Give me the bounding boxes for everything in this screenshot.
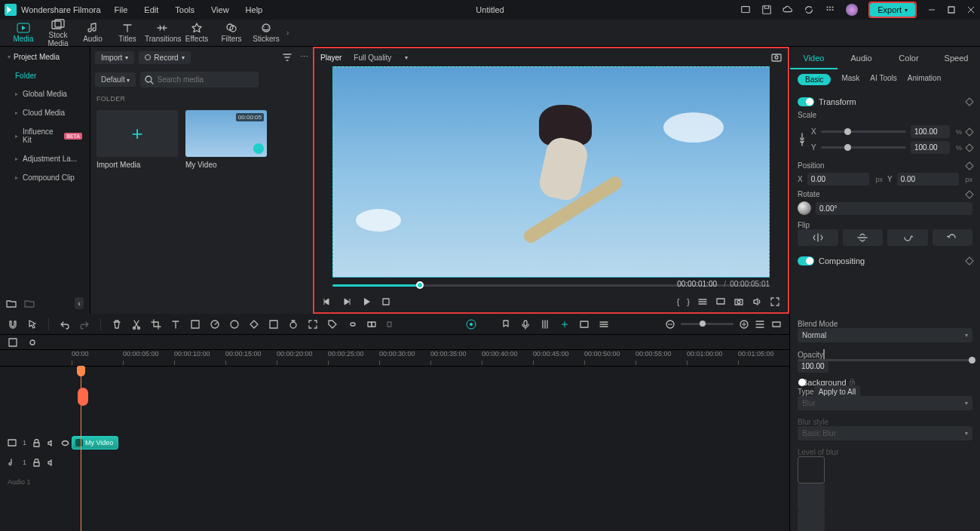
mic-icon[interactable] xyxy=(520,319,531,330)
key-icon[interactable] xyxy=(823,349,825,360)
tab-media[interactable]: Media xyxy=(6,23,41,43)
expand-icon[interactable] xyxy=(308,319,318,330)
key-icon[interactable] xyxy=(965,256,973,265)
track-icon[interactable] xyxy=(599,319,609,330)
rotate-input[interactable]: 0.00° xyxy=(816,202,972,215)
video-clip[interactable]: My Video xyxy=(72,436,118,450)
screen-icon[interactable] xyxy=(740,5,751,15)
folder-row[interactable]: Folder xyxy=(0,67,90,84)
speed-icon[interactable] xyxy=(210,319,220,330)
mute-icon[interactable] xyxy=(47,439,55,447)
more-icon[interactable]: ⋯ xyxy=(300,52,308,63)
eye-icon[interactable] xyxy=(61,439,69,447)
pointer-icon[interactable] xyxy=(27,319,38,330)
ai-icon[interactable] xyxy=(466,319,476,330)
sort-default[interactable]: Default ▾ xyxy=(95,72,136,87)
link-tl-icon[interactable] xyxy=(347,319,357,330)
link-icon[interactable] xyxy=(798,130,807,149)
project-media-header[interactable]: ▾Project Media xyxy=(0,47,90,67)
cloud-icon[interactable] xyxy=(782,5,793,15)
play-icon[interactable] xyxy=(361,296,372,307)
progress-bar[interactable]: 00:00:01:00 / 00:00:05:01 xyxy=(332,278,770,291)
scale-x-slider[interactable] xyxy=(821,130,906,133)
volume-icon[interactable] xyxy=(752,296,762,307)
transform-section[interactable]: Transform xyxy=(798,93,972,111)
export-button[interactable]: Export▾ xyxy=(870,3,915,17)
mute-icon[interactable] xyxy=(47,459,55,467)
more-tabs-icon[interactable]: › xyxy=(286,29,289,37)
scale-y-slider[interactable] xyxy=(821,146,906,149)
menu-help[interactable]: Help xyxy=(246,5,263,14)
crop-alt-icon[interactable] xyxy=(190,319,201,330)
tab-stock-media[interactable]: Stock Media xyxy=(41,19,75,48)
tree-global-media[interactable]: ▸Global Media xyxy=(0,84,90,103)
import-media-card[interactable]: + Import Media xyxy=(96,110,178,169)
apps-icon[interactable] xyxy=(825,5,835,15)
tree-influence-kit[interactable]: ▸Influence KitBETA xyxy=(0,122,90,149)
quality-select[interactable]: Full Quality▾ xyxy=(354,54,408,62)
pos-x-input[interactable]: 0.00 xyxy=(807,173,870,186)
save-icon[interactable] xyxy=(761,5,772,15)
tab-stickers[interactable]: Stickers xyxy=(249,23,283,43)
compositing-toggle[interactable] xyxy=(798,256,814,266)
tree-compound-clip[interactable]: ▸Compound Clip xyxy=(0,168,90,187)
key-icon[interactable] xyxy=(965,190,973,198)
pos-y-input[interactable]: 0.00 xyxy=(897,173,960,186)
collapse-tree-icon[interactable]: ‹ xyxy=(75,297,84,309)
key-icon[interactable] xyxy=(965,161,973,170)
tab-audio[interactable]: Audio xyxy=(75,23,110,43)
opacity-input[interactable]: 100.00 xyxy=(798,360,828,373)
minimize-icon[interactable] xyxy=(927,5,936,14)
new-folder-icon[interactable] xyxy=(6,298,17,308)
blend-select[interactable]: Normal▾ xyxy=(798,328,972,342)
tab-filters[interactable]: Filters xyxy=(214,23,249,43)
key-icon[interactable] xyxy=(965,143,973,152)
rotate-ccw-button[interactable] xyxy=(933,229,973,246)
filter-icon[interactable] xyxy=(282,52,292,63)
redo-icon[interactable] xyxy=(79,319,90,330)
lock-icon[interactable] xyxy=(32,439,41,447)
import-button[interactable]: Import▾ xyxy=(95,51,134,64)
stop-icon[interactable] xyxy=(381,296,391,307)
fullscreen-icon[interactable] xyxy=(770,296,780,307)
scale-y-input[interactable]: 100.00 xyxy=(911,141,950,154)
subtab-animation[interactable]: Animation xyxy=(908,74,941,85)
split-icon[interactable] xyxy=(131,319,142,330)
list-icon[interactable] xyxy=(697,296,708,307)
zoom-in-icon[interactable] xyxy=(740,320,749,329)
mark-out-icon[interactable]: } xyxy=(687,297,690,306)
subtab-ai-tools[interactable]: AI Tools xyxy=(870,74,896,85)
search-input[interactable] xyxy=(140,72,259,87)
rotate-knob[interactable] xyxy=(798,201,811,215)
prop-tab-color[interactable]: Color xyxy=(885,47,933,69)
crop-icon[interactable] xyxy=(151,319,161,330)
record-button[interactable]: Record▾ xyxy=(139,51,190,64)
flip-h-button[interactable] xyxy=(798,229,838,246)
fit-icon[interactable] xyxy=(771,319,782,330)
tree-adjustment-layer[interactable]: ▸Adjustment La... xyxy=(0,149,90,168)
player-tab[interactable]: Player xyxy=(320,54,341,62)
media-card-my-video[interactable]: 00:00:05 My Video xyxy=(185,110,267,169)
green-screen-icon[interactable] xyxy=(268,319,279,330)
tab-titles[interactable]: Titles xyxy=(110,23,145,43)
opacity-slider[interactable] xyxy=(798,359,972,361)
mixer-icon[interactable] xyxy=(540,319,550,330)
menu-edit[interactable]: Edit xyxy=(144,5,158,14)
snapshot-icon[interactable] xyxy=(771,52,782,63)
render-icon[interactable] xyxy=(579,319,590,330)
scale-x-input[interactable]: 100.00 xyxy=(911,125,950,138)
track-list-icon[interactable] xyxy=(755,319,765,330)
link-toggle-icon[interactable] xyxy=(27,337,38,348)
prop-tab-video[interactable]: Video xyxy=(790,47,838,69)
flip-v-button[interactable] xyxy=(843,229,884,246)
compositing-section[interactable]: Compositing xyxy=(798,252,972,270)
zoom-slider[interactable] xyxy=(681,323,733,325)
display-icon[interactable] xyxy=(715,296,726,307)
subtab-basic[interactable]: Basic xyxy=(798,74,831,85)
new-folder-plus-icon[interactable] xyxy=(24,298,35,308)
marker-icon[interactable] xyxy=(501,319,511,330)
keyframe-icon[interactable] xyxy=(965,97,973,106)
menu-file[interactable]: File xyxy=(115,5,128,14)
adjust-icon[interactable] xyxy=(559,319,570,330)
tree-cloud-media[interactable]: ▸Cloud Media xyxy=(0,103,90,122)
